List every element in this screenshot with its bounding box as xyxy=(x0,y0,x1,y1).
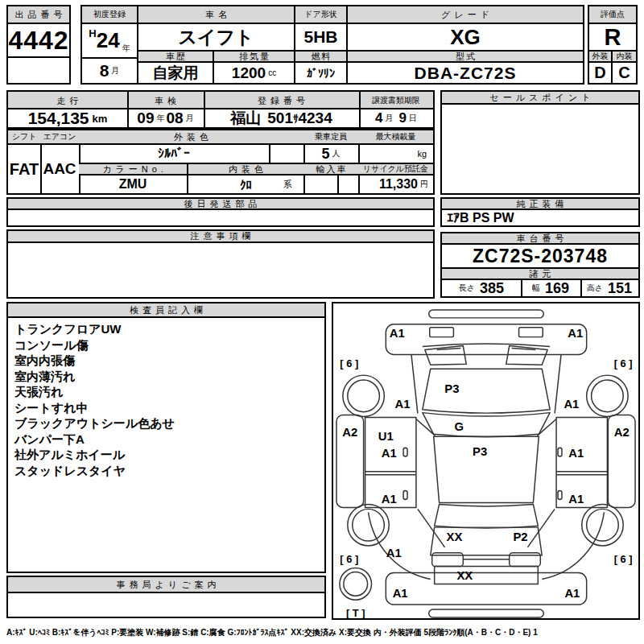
diagram-label: A1 xyxy=(568,493,584,506)
diagram-label: A1 xyxy=(564,587,580,600)
office-info-label: 事務局よりご案内 xyxy=(8,577,324,593)
deadline-value: 4月 9日 xyxy=(359,109,433,127)
displacement-label: 排気量 xyxy=(214,50,294,63)
diagram-label: P3 xyxy=(444,382,459,395)
inspector-notes-label: 検査員記入欄 xyxy=(8,303,324,318)
sales-point-box: セールスポイント xyxy=(440,90,640,195)
import-label: 輸入車 xyxy=(303,163,358,175)
first-reg-month: 8 月 xyxy=(82,59,137,83)
dims-length: 長さ 385 xyxy=(442,280,521,296)
chassis-value: ZC72S-203748 xyxy=(442,245,638,267)
diagram-label: [ 6 ] xyxy=(340,357,358,369)
auction-number-value: 4442 xyxy=(8,24,69,58)
fuel-label: 燃料 xyxy=(295,50,346,63)
diagram-label: XX xyxy=(447,530,463,543)
oem-equipment-box: 純正装備 ｴｱB PS PW xyxy=(440,197,640,227)
first-reg-label: 初度登録 xyxy=(82,6,137,24)
car-name-value: スイフト xyxy=(138,24,294,50)
ext-color-label: 外装色 xyxy=(79,130,303,145)
aircon-value: AAC xyxy=(40,145,79,193)
doors-value: 5HB xyxy=(295,24,346,50)
inspector-note-line: 室内内張傷 xyxy=(14,353,321,369)
grade-value: XG xyxy=(348,24,583,50)
diagram-label: A1 xyxy=(564,398,579,411)
diagram-label: A1 xyxy=(382,493,397,506)
model-code-value: DBA-ZC72S xyxy=(348,63,583,83)
capacity-value: 5 人 xyxy=(303,145,358,163)
diagram-label: A1 xyxy=(390,327,405,340)
diagram-label: [ T ] xyxy=(346,607,365,618)
interior-value: C xyxy=(613,63,636,83)
car-name-label: 車名 xyxy=(138,6,294,24)
diagram-label: P3 xyxy=(473,445,487,458)
auction-number-label: 出品番号 xyxy=(8,6,69,24)
divider xyxy=(269,145,270,163)
reg-no-value: 福山 501 ｻ 4234 xyxy=(204,109,359,127)
doors-label: ドア形状 xyxy=(295,6,346,24)
color-no-value: ZMU xyxy=(79,175,187,193)
shift-value: FAT xyxy=(8,145,40,193)
mileage-value: 154,135 km xyxy=(8,109,127,127)
inspector-notes-list: トランクフロアUWコンソール傷室内内張傷室内薄汚れ天張汚れシートすれ中ブラックア… xyxy=(14,321,321,568)
diagram-label: P2 xyxy=(513,530,527,543)
history-value: 自家用 xyxy=(138,63,213,83)
inspection-label: 車検 xyxy=(127,92,204,109)
dims-label: 諸元 xyxy=(442,267,638,280)
caution-box: 注意事項欄 xyxy=(6,229,435,299)
dims-height: 高さ 151 xyxy=(580,280,638,296)
inspector-note-line: トランクフロアUW xyxy=(14,321,321,337)
inspector-note-line: 天張汚れ xyxy=(14,384,321,400)
exterior-value: D xyxy=(589,63,613,83)
diagram-label: [ 6 ] xyxy=(614,357,633,369)
deadline-label: 譲渡書類期限 xyxy=(359,92,433,109)
reg-no-label: 登録番号 xyxy=(204,92,359,109)
diagram-label: A2 xyxy=(342,426,357,439)
diagram-label: [ 6 ] xyxy=(614,553,633,565)
auction-sheet: 出品番号 4442 初度登録 H 24 年 8 月 車名 スイフト 車歴 排気量 xyxy=(0,0,644,644)
inspector-note-line: 室内薄汚れ xyxy=(14,369,321,385)
diagram-label: A1 xyxy=(386,547,402,559)
max-load-value: kg xyxy=(358,145,433,163)
damage-diagram-box: A1A1[ 6 ][ 6 ]P3A1A1A2A2U1GA1P3A1A1A1A1[… xyxy=(332,302,640,620)
inspector-notes-box: 検査員記入欄 トランクフロアUWコンソール傷室内内張傷室内薄汚れ天張汚れシートす… xyxy=(6,302,326,573)
ship-later-box: 後日発送部品 xyxy=(6,197,435,227)
car-top-view-diagram: A1A1[ 6 ][ 6 ]P3A1A1A2A2U1GA1P3A1A1A1A1[… xyxy=(333,303,638,618)
oem-equipment-label: 純正装備 xyxy=(442,199,638,210)
inspector-note-line: スタッドレスタイヤ xyxy=(14,463,321,479)
auction-number-empty-cell xyxy=(8,58,69,83)
inspection-value: 09年 08月 xyxy=(127,109,204,127)
inspector-note-line: ブラックアウトシール色あせ xyxy=(14,415,321,431)
diagram-label: A1 xyxy=(395,398,411,411)
shift-label: シフト xyxy=(8,130,40,145)
inspector-note-line: バンパー下A xyxy=(14,431,321,448)
office-info-box: 事務局よりご案内 xyxy=(6,576,326,618)
sales-point-label: セールスポイント xyxy=(442,92,638,105)
grade-label: グレード xyxy=(348,6,583,24)
inspector-note-line: シートすれ中 xyxy=(14,400,321,416)
ship-later-label: 後日発送部品 xyxy=(8,199,433,210)
first-reg-year: H 24 年 xyxy=(82,24,137,59)
inspector-note-line: 社外アルミホイール xyxy=(14,447,321,463)
history-label: 車歴 xyxy=(138,50,213,63)
fuel-value: ｶﾞｿﾘﾝ xyxy=(295,63,346,83)
diagram-label: A1 xyxy=(568,447,584,460)
oem-equipment-value: ｴｱB PS PW xyxy=(442,210,638,225)
capacity-label: 乗車定員 xyxy=(303,130,358,145)
top-table: 初度登録 H 24 年 8 月 車名 スイフト 車歴 排気量 自家用 1200 … xyxy=(80,5,584,85)
recycle-label: リサイクル預託金 xyxy=(358,163,433,175)
spec-table: シフト エアコン FAT AAC 外装色 乗車定員 最大積載量 ｼﾙﾊﾞｰ 5 … xyxy=(6,129,435,195)
sales-point-value xyxy=(442,105,638,193)
inspector-note-line: コンソール傷 xyxy=(14,337,321,353)
exterior-label: 外装 xyxy=(589,50,613,63)
diagram-label: U1 xyxy=(378,430,394,443)
import-value xyxy=(303,175,358,193)
diagram-label: G xyxy=(455,420,464,433)
score-value: R xyxy=(589,24,636,50)
diagram-labels: A1A1[ 6 ][ 6 ]P3A1A1A2A2U1GA1P3A1A1A1A1[… xyxy=(340,327,632,618)
mileage-label: 走行 xyxy=(8,92,127,109)
int-color-label: 内装色 xyxy=(188,163,303,175)
ext-color-value: ｼﾙﾊﾞｰ xyxy=(79,145,269,163)
interior-label: 内装 xyxy=(613,50,636,63)
dims-width: 幅 169 xyxy=(521,280,580,296)
diagram-label: A2 xyxy=(614,426,630,439)
